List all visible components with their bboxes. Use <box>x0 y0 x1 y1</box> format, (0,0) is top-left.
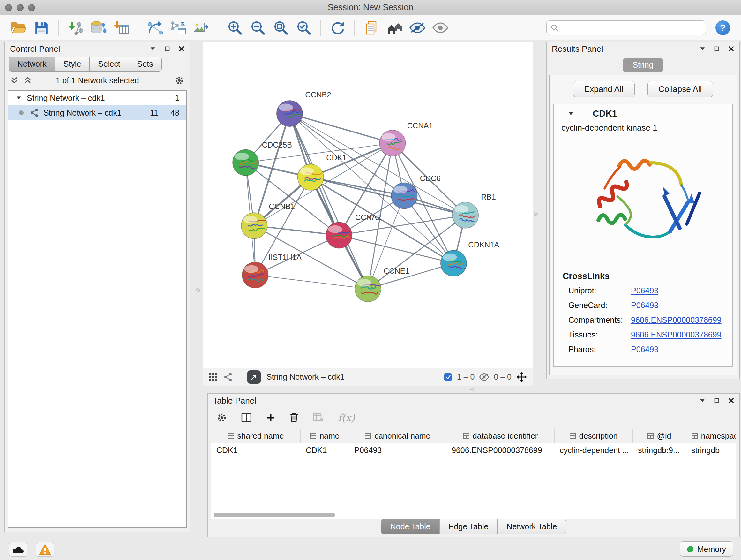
add-column-icon[interactable] <box>266 413 275 422</box>
hidden-eye-icon[interactable] <box>479 373 489 381</box>
expand-all-icon[interactable] <box>10 76 18 84</box>
network-node-ccnb2[interactable]: CCNB2 <box>277 90 331 127</box>
grid-view-icon[interactable] <box>208 372 218 382</box>
search-input[interactable] <box>562 23 702 32</box>
close-window-button[interactable] <box>5 4 12 11</box>
duplicate-network-button[interactable] <box>361 17 382 38</box>
crosslink-link[interactable]: P06493 <box>631 286 658 295</box>
tab-node-table[interactable]: Node Table <box>381 519 440 535</box>
network-collection-row[interactable]: String Network – cdk1 1 <box>8 91 186 105</box>
splitter-handle[interactable] <box>196 288 200 292</box>
save-session-button[interactable] <box>31 17 52 38</box>
crosslink-link[interactable]: 9606.ENSP00000378699 <box>631 315 722 325</box>
network-edge[interactable] <box>255 275 368 289</box>
network-edge[interactable] <box>311 177 465 215</box>
network-graph[interactable]: CCNB2CCNA1CDC25BCDK1CDC6RB1CCNB1CCNA2CDK… <box>203 42 533 368</box>
close-panel-icon[interactable] <box>728 46 734 52</box>
home-button[interactable] <box>384 17 405 38</box>
zoom-out-button[interactable] <box>248 17 268 38</box>
network-node-rb1[interactable]: RB1 <box>452 192 495 228</box>
splitter-handle[interactable] <box>534 212 538 215</box>
float-panel-icon[interactable] <box>714 46 720 52</box>
zoom-window-button[interactable] <box>28 4 35 11</box>
crosslink-link[interactable]: P06493 <box>631 301 658 310</box>
delete-trash-icon[interactable] <box>289 413 298 423</box>
export-image-button[interactable] <box>191 17 211 38</box>
table-cell[interactable]: cyclin-dependent ... <box>555 446 633 455</box>
table-cell[interactable]: stringdb <box>686 446 736 455</box>
network-node-cdkn1a[interactable]: CDKN1A <box>441 240 499 276</box>
tab-style[interactable]: Style <box>55 57 90 71</box>
table-cell[interactable]: CDK1 <box>300 446 349 455</box>
refresh-button[interactable] <box>327 17 348 38</box>
open-session-button[interactable] <box>8 17 29 38</box>
tab-network-table[interactable]: Network Table <box>497 519 566 535</box>
tree-caret-icon[interactable] <box>16 96 22 100</box>
detach-view-button[interactable] <box>247 370 261 384</box>
table-cell[interactable]: stringdb:9... <box>633 446 686 455</box>
network-canvas[interactable]: CCNB2CCNA1CDC25BCDK1CDC6RB1CCNB1CCNA2CDK… <box>203 42 533 368</box>
tab-sets[interactable]: Sets <box>129 57 162 71</box>
minimize-window-button[interactable] <box>17 4 23 11</box>
table-row[interactable]: CDK1 CDK1 P06493 9606.ENSP00000378699 cy… <box>211 443 736 457</box>
float-panel-icon[interactable] <box>714 398 720 403</box>
tab-select[interactable]: Select <box>90 57 129 71</box>
column-header[interactable]: namespac <box>686 429 736 443</box>
hide-panel-button[interactable] <box>407 17 428 38</box>
show-panel-button[interactable] <box>430 17 451 38</box>
memory-button[interactable]: Memory <box>680 542 733 557</box>
panel-menu-caret-icon[interactable] <box>699 398 705 403</box>
tab-network[interactable]: Network <box>9 57 55 71</box>
zoom-fit-button[interactable] <box>271 17 291 38</box>
network-edge[interactable] <box>289 114 392 143</box>
column-header[interactable]: shared name <box>211 429 300 443</box>
column-header[interactable]: @id <box>633 429 686 443</box>
export-network-table-button[interactable] <box>168 17 188 38</box>
network-icon[interactable] <box>224 373 232 381</box>
float-panel-icon[interactable] <box>164 46 170 52</box>
new-network-button[interactable] <box>145 17 165 38</box>
table-cell[interactable]: P06493 <box>349 446 447 455</box>
import-table-button[interactable] <box>111 17 131 38</box>
cloud-status-button[interactable] <box>9 542 27 557</box>
selected-checkbox-icon[interactable] <box>444 373 453 381</box>
collapse-all-button[interactable]: Collapse All <box>648 81 713 98</box>
panel-menu-caret-icon[interactable] <box>699 47 705 51</box>
tab-string[interactable]: String <box>623 58 663 72</box>
close-panel-icon[interactable] <box>728 397 734 404</box>
table-settings-gear-icon[interactable] <box>217 413 227 423</box>
network-edge[interactable] <box>289 114 465 215</box>
splitter-handle[interactable] <box>470 388 474 391</box>
tab-edge-table[interactable]: Edge Table <box>440 519 498 535</box>
column-header[interactable]: database identifier <box>447 429 555 443</box>
import-network-database-button[interactable] <box>88 17 109 38</box>
pan-move-icon[interactable] <box>516 371 528 383</box>
select-columns-icon[interactable] <box>241 413 252 422</box>
table-cell[interactable]: 9606.ENSP00000378699 <box>447 446 555 455</box>
zoom-in-button[interactable] <box>225 17 245 38</box>
network-edge[interactable] <box>289 114 368 289</box>
column-header[interactable]: description <box>555 429 633 443</box>
crosslink-link[interactable]: 9606.ENSP00000378699 <box>631 330 722 339</box>
section-caret-icon[interactable] <box>568 111 574 116</box>
network-edge[interactable] <box>368 263 454 289</box>
network-node-ccna2[interactable]: CCNA2 <box>326 213 381 248</box>
gear-icon[interactable] <box>175 76 184 85</box>
network-node-ccna1[interactable]: CCNA1 <box>380 121 433 156</box>
column-header[interactable]: canonical name <box>349 429 447 443</box>
panel-menu-caret-icon[interactable] <box>150 47 156 51</box>
network-row-selected[interactable]: String Network – cdk1 11 48 <box>8 105 186 120</box>
zoom-selected-button[interactable] <box>293 17 314 38</box>
network-node-hist1h1a[interactable]: HIST1H1A <box>242 253 301 288</box>
search-box[interactable] <box>546 20 706 35</box>
close-panel-icon[interactable] <box>179 46 185 52</box>
horizontal-scrollbar-thumb[interactable] <box>214 513 335 517</box>
collapse-all-icon[interactable] <box>24 76 31 84</box>
warnings-button[interactable] <box>36 542 54 557</box>
crosslink-link[interactable]: P06493 <box>631 345 658 354</box>
column-header[interactable]: name <box>300 429 349 443</box>
expand-all-button[interactable]: Expand All <box>573 81 635 98</box>
import-network-file-button[interactable] <box>65 17 85 38</box>
table-cell[interactable]: CDK1 <box>211 446 300 455</box>
help-button[interactable]: ? <box>716 20 730 35</box>
